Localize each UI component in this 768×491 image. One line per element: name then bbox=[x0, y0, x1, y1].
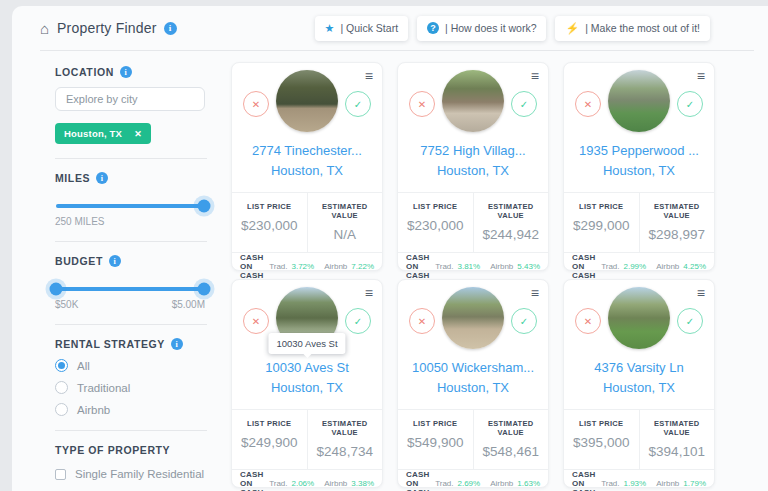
card-top: ✕ 10030 Aves St ✓ bbox=[232, 280, 382, 354]
property-city-link[interactable]: Houston, TX bbox=[570, 161, 708, 181]
property-photo[interactable] bbox=[442, 70, 504, 132]
miles-section-title: MILES i bbox=[55, 172, 218, 184]
card-stats: LIST PRICE $230,000 ESTIMATED VALUE $244… bbox=[398, 192, 548, 252]
property-photo[interactable] bbox=[608, 287, 670, 349]
cash-on-cash-label: CASH ON CASH bbox=[240, 470, 265, 491]
card-top: ✕ ✓ bbox=[398, 63, 548, 137]
accept-property-button[interactable]: ✓ bbox=[511, 91, 537, 117]
property-title-link[interactable]: 10050 Wickersham... bbox=[404, 358, 542, 378]
rental-strategy-info-icon[interactable]: i bbox=[171, 338, 183, 350]
property-city-link[interactable]: Houston, TX bbox=[238, 161, 376, 181]
card-titles: 2774 Tinechester... Houston, TX bbox=[232, 137, 382, 192]
list-price-value: $230,000 bbox=[234, 218, 305, 233]
property-type-label: TYPE OF PROPERTY bbox=[55, 444, 170, 456]
accept-property-button[interactable]: ✓ bbox=[345, 308, 371, 334]
card-top: ✕ ✓ bbox=[564, 63, 714, 137]
radio-traditional-label: Traditional bbox=[77, 382, 130, 394]
card-stats: LIST PRICE $395,000 ESTIMATED VALUE $394… bbox=[564, 409, 714, 469]
trad-label: Trad. bbox=[601, 262, 619, 271]
trad-pct: 3.72% bbox=[292, 262, 315, 271]
card-stats: LIST PRICE $299,000 ESTIMATED VALUE $298… bbox=[564, 192, 714, 252]
property-type-section-title: TYPE OF PROPERTY bbox=[55, 444, 218, 456]
airbnb-pct: 1.79% bbox=[683, 479, 706, 488]
header: ⌂ Property Finder i ★ | Quick Start ? | … bbox=[40, 6, 754, 51]
property-title-link[interactable]: 4376 Varsity Ln bbox=[570, 358, 708, 378]
trad-label: Trad. bbox=[269, 479, 287, 488]
property-card: ≡ ✕ ✓ 4376 Varsity Ln Houston, TX LIST P… bbox=[563, 279, 715, 488]
property-photo[interactable] bbox=[608, 70, 670, 132]
reject-property-button[interactable]: ✕ bbox=[409, 91, 435, 117]
trad-label: Trad. bbox=[435, 262, 453, 271]
accept-property-button[interactable]: ✓ bbox=[345, 91, 371, 117]
budget-slider[interactable] bbox=[56, 287, 204, 291]
budget-section-title: BUDGET i bbox=[55, 255, 218, 267]
divider bbox=[55, 430, 207, 431]
remove-tag-icon[interactable]: ✕ bbox=[134, 129, 142, 139]
radio-airbnb[interactable]: Airbnb bbox=[55, 403, 218, 416]
airbnb-label: Airbnb bbox=[656, 479, 679, 488]
radio-airbnb-control[interactable] bbox=[55, 403, 68, 416]
list-price-label: LIST PRICE bbox=[566, 202, 637, 211]
property-title-link[interactable]: 10030 Aves St bbox=[238, 358, 376, 378]
property-photo[interactable] bbox=[442, 287, 504, 349]
location-info-icon[interactable]: i bbox=[120, 66, 132, 78]
budget-label: BUDGET bbox=[55, 255, 103, 267]
list-price-stat: LIST PRICE $299,000 bbox=[564, 193, 640, 252]
property-title-link[interactable]: 2774 Tinechester... bbox=[238, 141, 376, 161]
accept-property-button[interactable]: ✓ bbox=[677, 91, 703, 117]
checkbox-single-family[interactable]: Single Family Residential bbox=[55, 468, 218, 480]
budget-max-handle[interactable] bbox=[198, 283, 211, 296]
location-section-title: LOCATION i bbox=[55, 66, 218, 78]
info-icon[interactable]: i bbox=[164, 22, 177, 35]
property-title-link[interactable]: 7752 High Villag... bbox=[404, 141, 542, 161]
reject-property-button[interactable]: ✕ bbox=[243, 91, 269, 117]
reject-property-button[interactable]: ✕ bbox=[409, 308, 435, 334]
bolt-icon: ⚡ bbox=[565, 22, 579, 35]
address-tooltip: 10030 Aves St bbox=[268, 333, 345, 354]
property-photo[interactable] bbox=[276, 70, 338, 132]
trad-label: Trad. bbox=[601, 479, 619, 488]
trad-label: Trad. bbox=[435, 479, 453, 488]
card-stats: LIST PRICE $549,900 ESTIMATED VALUE $548… bbox=[398, 409, 548, 469]
make-most-button[interactable]: ⚡ | Make the most out of it! bbox=[555, 16, 710, 41]
estimated-value-value: $298,997 bbox=[642, 227, 713, 242]
reject-property-button[interactable]: ✕ bbox=[243, 308, 269, 334]
list-price-stat: LIST PRICE $395,000 bbox=[564, 410, 640, 469]
property-city-link[interactable]: Houston, TX bbox=[238, 378, 376, 398]
card-stats: LIST PRICE $230,000 ESTIMATED VALUE N/A bbox=[232, 192, 382, 252]
radio-all[interactable]: All bbox=[55, 359, 218, 372]
airbnb-pct: 5.43% bbox=[517, 262, 540, 271]
reject-property-button[interactable]: ✕ bbox=[575, 91, 601, 117]
miles-info-icon[interactable]: i bbox=[96, 172, 108, 184]
miles-slider-handle[interactable] bbox=[198, 200, 211, 213]
how-it-works-button[interactable]: ? | How does it work? bbox=[417, 16, 546, 41]
airbnb-pct: 3.38% bbox=[351, 479, 374, 488]
radio-all-control[interactable] bbox=[55, 359, 68, 372]
airbnb-pct: 1.63% bbox=[517, 479, 540, 488]
city-search-input[interactable] bbox=[55, 87, 205, 111]
location-tag[interactable]: Houston, TX ✕ bbox=[55, 123, 151, 144]
estimated-value-stat: ESTIMATED VALUE N/A bbox=[308, 193, 383, 252]
estimated-value-label: ESTIMATED VALUE bbox=[476, 202, 547, 220]
cash-on-cash-row: CASH ON CASH Trad. 3.72% Airbnb 7.22% bbox=[232, 252, 382, 280]
miles-slider[interactable] bbox=[56, 204, 204, 208]
home-icon: ⌂ bbox=[40, 20, 49, 37]
budget-info-icon[interactable]: i bbox=[109, 255, 121, 267]
budget-min-handle[interactable] bbox=[50, 283, 63, 296]
radio-airbnb-label: Airbnb bbox=[77, 404, 110, 416]
property-results-grid: ≡ ✕ ✓ 2774 Tinechester... Houston, TX LI… bbox=[231, 62, 715, 488]
property-city-link[interactable]: Houston, TX bbox=[404, 378, 542, 398]
airbnb-label: Airbnb bbox=[324, 479, 347, 488]
property-city-link[interactable]: Houston, TX bbox=[570, 378, 708, 398]
accept-property-button[interactable]: ✓ bbox=[511, 308, 537, 334]
radio-traditional[interactable]: Traditional bbox=[55, 381, 218, 394]
checkbox-single-family-control[interactable] bbox=[55, 469, 66, 480]
estimated-value-label: ESTIMATED VALUE bbox=[310, 202, 381, 220]
cash-on-cash-label: CASH ON CASH bbox=[240, 253, 265, 280]
radio-traditional-control[interactable] bbox=[55, 381, 68, 394]
accept-property-button[interactable]: ✓ bbox=[677, 308, 703, 334]
reject-property-button[interactable]: ✕ bbox=[575, 308, 601, 334]
property-city-link[interactable]: Houston, TX bbox=[404, 161, 542, 181]
property-title-link[interactable]: 1935 Pepperwood ... bbox=[570, 141, 708, 161]
quick-start-button[interactable]: ★ | Quick Start bbox=[315, 16, 408, 41]
